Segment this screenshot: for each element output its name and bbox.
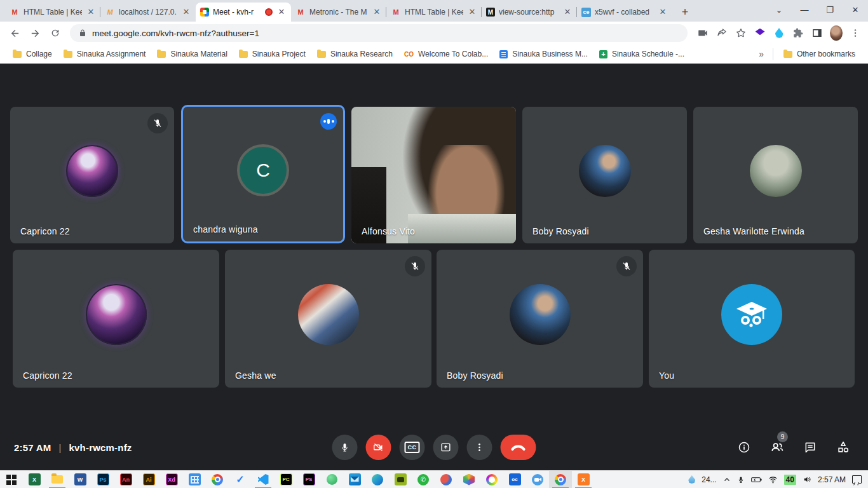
chat-button[interactable] xyxy=(802,439,818,456)
taskbar-file-explorer[interactable] xyxy=(46,471,69,488)
bookmark-sinauka-assignment[interactable]: Sinauka Assignment xyxy=(58,47,151,61)
taskbar-screen-recorder[interactable] xyxy=(389,471,412,488)
weather-temp[interactable]: 24... xyxy=(702,475,716,484)
reload-icon[interactable] xyxy=(47,25,64,41)
forward-icon[interactable] xyxy=(27,25,43,41)
taskbar-green-app[interactable] xyxy=(320,471,343,488)
taskbar-photoshop[interactable]: Ps xyxy=(92,471,114,488)
taskbar-color-wheel-app[interactable] xyxy=(480,471,503,488)
taskbar-word[interactable]: W xyxy=(69,471,92,488)
browser-menu-kebab-icon[interactable] xyxy=(849,27,862,39)
bookmark-collage[interactable]: Collage xyxy=(8,47,57,61)
taskbar-zoom-app[interactable] xyxy=(526,471,549,488)
restore-button[interactable]: ❐ xyxy=(817,0,843,19)
battery-percent-badge[interactable]: 40 xyxy=(784,475,796,485)
tab-collabedit[interactable]: ce x5wvf - collabed ✕ xyxy=(577,3,672,22)
bookmark-star-icon[interactable] xyxy=(735,27,747,39)
bookmark-sinauka-schedule[interactable]: Sinauka Schedule -... xyxy=(594,47,689,61)
extensions-puzzle-icon[interactable] xyxy=(792,27,804,39)
participant-tile-chandra-speaking[interactable]: C chandra wiguna xyxy=(181,105,345,243)
share-icon[interactable] xyxy=(715,27,728,39)
participant-tile-capricon22-2[interactable]: Capricon 22 xyxy=(13,250,219,388)
gem-extension-icon[interactable] xyxy=(754,27,766,39)
taskbar-edge[interactable] xyxy=(366,471,389,488)
volume-icon[interactable] xyxy=(803,475,811,484)
tab-close-icon[interactable]: ✕ xyxy=(562,7,573,17)
tab-search-icon[interactable]: ⌄ xyxy=(766,0,792,19)
participant-tile-boby-1[interactable]: Boby Rosyadi xyxy=(522,107,687,243)
participant-tile-gesha-we[interactable]: Gesha we xyxy=(225,250,431,388)
activities-button[interactable] xyxy=(835,439,851,456)
tab-close-icon[interactable]: ✕ xyxy=(658,7,668,17)
participants-button[interactable]: 9 xyxy=(769,439,785,456)
weather-drop-icon[interactable] xyxy=(688,475,695,484)
bookmark-sinauka-business[interactable]: Sinauka Business M... xyxy=(494,47,593,61)
participant-tile-you[interactable]: You xyxy=(649,250,855,388)
taskbar-xampp[interactable]: X xyxy=(572,471,595,488)
bookmark-welcome-colab[interactable]: COWelcome To Colab... xyxy=(399,47,493,61)
tab-close-icon[interactable]: ✕ xyxy=(181,7,191,17)
side-panel-icon[interactable] xyxy=(811,27,824,39)
tab-meet-active[interactable]: Meet - kvh-r ✕ xyxy=(196,3,291,22)
battery-icon[interactable] xyxy=(751,476,762,484)
other-bookmarks[interactable]: Other bookmarks xyxy=(778,47,860,61)
pycharm-icon: PC xyxy=(280,473,292,485)
minimize-button[interactable]: — xyxy=(792,0,817,19)
bookmarks-overflow-chevron[interactable]: » xyxy=(755,49,768,59)
new-tab-button[interactable]: + xyxy=(676,3,694,21)
taskbar-animate[interactable]: An xyxy=(114,471,137,488)
bookmark-sinauka-project[interactable]: Sinauka Project xyxy=(234,47,311,61)
tab-view-source[interactable]: M view-source:http ✕ xyxy=(482,3,577,22)
bookmark-sinauka-material[interactable]: Sinauka Material xyxy=(152,47,232,61)
close-window-button[interactable]: ✕ xyxy=(843,0,868,19)
end-call-button[interactable] xyxy=(501,435,536,460)
taskbar-bird-app[interactable] xyxy=(435,471,458,488)
meeting-info-button[interactable] xyxy=(736,439,752,456)
taskbar-excel[interactable]: X xyxy=(23,471,46,488)
participant-tile-alfonsus[interactable]: Alfonsus Vito xyxy=(351,107,516,243)
taskbar-phpstorm[interactable]: PS xyxy=(297,471,320,488)
taskbar-mail[interactable] xyxy=(343,471,366,488)
taskbar-chrome-active[interactable] xyxy=(549,471,572,488)
participant-tile-boby-2[interactable]: Boby Rosyadi xyxy=(437,250,643,388)
tab-close-icon[interactable]: ✕ xyxy=(86,7,96,17)
taskbar-adobe-xd[interactable]: Xd xyxy=(160,471,183,488)
back-icon[interactable] xyxy=(6,25,23,41)
present-button[interactable] xyxy=(433,435,459,460)
camera-allowed-icon[interactable] xyxy=(696,27,709,39)
tab-localhost[interactable]: M localhost / 127.0. ✕ xyxy=(100,3,196,22)
tab-close-icon[interactable]: ✕ xyxy=(467,7,477,17)
participant-tile-gesha-1[interactable]: Gesha Warilotte Erwinda xyxy=(693,107,858,243)
tray-clock[interactable]: 2:57 AM xyxy=(818,475,846,484)
meeting-details[interactable]: 2:57 AM | kvh-rwcm-nfz xyxy=(0,442,132,453)
tab-html-table-1[interactable]: M HTML Table | Kee ✕ xyxy=(5,3,100,22)
camera-off-button[interactable] xyxy=(366,435,391,460)
taskbar-hexagon-app[interactable] xyxy=(458,471,480,488)
wifi-icon[interactable] xyxy=(768,476,778,484)
calendar-icon xyxy=(189,473,201,485)
captions-button[interactable]: CC xyxy=(400,435,425,460)
taskbar-illustrator[interactable]: Ai xyxy=(137,471,160,488)
taskbar-chrome[interactable] xyxy=(206,471,229,488)
tray-mic-icon[interactable] xyxy=(737,475,745,484)
more-options-button[interactable] xyxy=(467,435,492,460)
droplet-extension-icon[interactable] xyxy=(773,27,785,39)
microphone-button[interactable] xyxy=(332,435,358,460)
profile-avatar[interactable] xyxy=(830,27,843,39)
action-center-icon[interactable] xyxy=(852,475,862,484)
tab-close-icon[interactable]: ✕ xyxy=(372,7,382,17)
taskbar-calendar-app[interactable] xyxy=(183,471,206,488)
taskbar-oc-app[interactable]: oc xyxy=(503,471,526,488)
hidden-icons-chevron[interactable] xyxy=(723,476,731,484)
taskbar-whatsapp[interactable]: ✆ xyxy=(412,471,435,488)
bookmark-sinauka-research[interactable]: Sinauka Research xyxy=(312,47,398,61)
tab-close-icon[interactable]: ✕ xyxy=(276,7,287,17)
taskbar-vscode[interactable] xyxy=(252,471,275,488)
taskbar-check-app[interactable]: ✓ xyxy=(229,471,252,488)
tab-metronic[interactable]: M Metronic - The M ✕ xyxy=(291,3,386,22)
participant-tile-capricon22[interactable]: Capricon 22 xyxy=(10,107,174,243)
taskbar-pycharm[interactable]: PC xyxy=(275,471,297,488)
start-button[interactable] xyxy=(0,471,23,488)
tab-html-table-2[interactable]: M HTML Table | Kee ✕ xyxy=(386,3,482,22)
address-bar[interactable]: meet.google.com/kvh-rwcm-nfz?authuser=1 xyxy=(70,24,688,42)
